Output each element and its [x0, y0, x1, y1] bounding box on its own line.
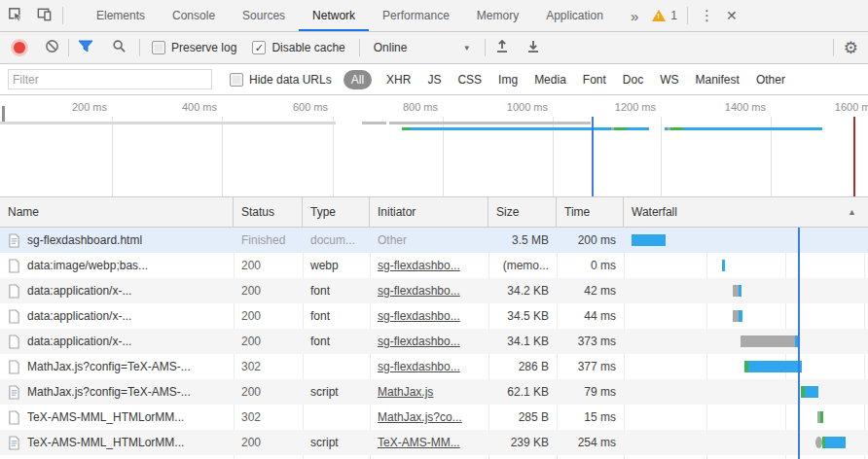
table-row[interactable]: MathJax.js?config=TeX-AMS-...302sg-flexd…	[0, 354, 868, 379]
overview-gridline	[222, 117, 223, 196]
tab-memory[interactable]: Memory	[463, 0, 532, 31]
main-tab-list: ElementsConsoleSourcesNetworkPerformance…	[83, 0, 617, 31]
cell-size: 34.5 KB	[488, 303, 557, 329]
cell-time: 373 ms	[557, 329, 624, 354]
filter-type-img[interactable]: Img	[496, 70, 520, 89]
waterfall-bar	[741, 335, 795, 347]
record-button[interactable]	[14, 42, 25, 53]
filter-type-other[interactable]: Other	[754, 70, 787, 89]
file-icon	[8, 360, 20, 374]
initiator-link[interactable]: sg-flexdashbo...	[378, 309, 460, 323]
cell-size: 34.2 KB	[488, 278, 557, 303]
load-event-line	[853, 117, 855, 196]
filter-type-manifest[interactable]: Manifest	[694, 70, 741, 89]
divider	[62, 7, 63, 24]
overview-left-tick	[2, 106, 5, 123]
inspect-element-button[interactable]	[0, 3, 29, 28]
request-table-body: sg-flexdashboard.htmlFinisheddocum...Oth…	[0, 228, 868, 459]
request-name: data:application/x-...	[27, 303, 131, 329]
tab-network[interactable]: Network	[299, 0, 369, 31]
gear-icon[interactable]: ⚙	[838, 38, 868, 58]
hide-data-urls-checkbox[interactable]: Hide data URLs	[230, 73, 332, 87]
filter-type-css[interactable]: CSS	[455, 70, 484, 89]
table-row[interactable]: sg-flexdashboard.htmlFinisheddocum...Oth…	[0, 228, 868, 253]
tab-sources[interactable]: Sources	[229, 0, 299, 31]
file-icon	[8, 284, 20, 299]
cell-size: 62.1 KB	[488, 379, 557, 405]
import-har-button[interactable]	[489, 36, 515, 59]
column-header-initiator[interactable]: Initiator	[370, 197, 488, 227]
column-header-name[interactable]: Name	[0, 197, 234, 227]
cell-status: 200	[234, 253, 303, 278]
toggle-device-toolbar-button[interactable]	[29, 3, 58, 28]
cell-size: 3.5 MB	[488, 228, 557, 253]
request-name: data:application/x-...	[27, 278, 131, 303]
kebab-menu-icon[interactable]: ⋮	[692, 7, 722, 24]
table-row[interactable]: data:application/x-...200fontsg-flexdash…	[0, 329, 868, 354]
initiator-link[interactable]: MathJax.js?co...	[378, 410, 462, 424]
column-header-type[interactable]: Type	[303, 197, 370, 227]
filter-type-media[interactable]: Media	[532, 70, 568, 89]
cell-initiator: sg-flexdashbo...	[370, 253, 488, 278]
tab-console[interactable]: Console	[159, 0, 229, 31]
column-header-size[interactable]: Size	[488, 197, 557, 227]
column-header-time[interactable]: Time	[557, 197, 624, 227]
initiator-link[interactable]: sg-flexdashbo...	[378, 284, 460, 298]
table-row[interactable]: data:application/x-...200fontsg-flexdash…	[0, 278, 868, 303]
preserve-log-checkbox[interactable]: Preserve log	[152, 41, 236, 54]
overview-tick-label: 400 ms	[149, 101, 217, 113]
cell-time: 377 ms	[557, 354, 624, 379]
clear-button[interactable]	[39, 36, 64, 59]
cell-size: 285 B	[488, 405, 557, 430]
request-name: MathJax.js?config=TeX-AMS-...	[27, 354, 191, 379]
filter-type-font[interactable]: Font	[581, 70, 608, 89]
search-button[interactable]	[106, 36, 131, 59]
network-overview-timeline[interactable]: 200 ms400 ms600 ms800 ms1000 ms1200 ms14…	[0, 95, 868, 197]
filter-type-doc[interactable]: Doc	[621, 70, 645, 89]
initiator-link[interactable]: sg-flexdashbo...	[378, 259, 460, 272]
filter-input[interactable]	[8, 69, 212, 89]
cell-name: MathJax.js?config=TeX-AMS-...	[0, 379, 234, 405]
table-row[interactable]: data:image/webp;bas...200webpsg-flexdash…	[0, 253, 868, 278]
filter-type-all[interactable]: All	[344, 70, 372, 89]
upload-icon	[495, 39, 509, 56]
devtools-window: ElementsConsoleSourcesNetworkPerformance…	[0, 0, 868, 459]
table-row[interactable]: TeX-AMS-MML_HTMLorMM...200scriptTeX-AMS-…	[0, 430, 868, 455]
column-header-waterfall[interactable]: Waterfall▲	[624, 197, 868, 227]
close-icon[interactable]: ✕	[722, 8, 747, 23]
table-row[interactable]: MathJax.js?config=TeX-AMS-...200scriptMa…	[0, 379, 868, 405]
document-lines-icon	[8, 436, 20, 450]
waterfall-bar	[739, 310, 742, 322]
tab-performance[interactable]: Performance	[369, 0, 463, 31]
cell-status: 200	[234, 379, 303, 405]
waterfall-bar	[820, 411, 823, 423]
tab-application[interactable]: Application	[532, 0, 617, 31]
filter-type-xhr[interactable]: XHR	[384, 70, 413, 89]
console-warning-badge[interactable]: 1	[646, 9, 683, 22]
overview-request-bar	[670, 127, 683, 130]
filter-toggle-button[interactable]	[73, 36, 98, 59]
initiator-link[interactable]: TeX-AMS-MM...	[378, 436, 460, 449]
filter-type-js[interactable]: JS	[425, 70, 443, 89]
export-har-button[interactable]	[521, 36, 546, 59]
cell-initiator: sg-flexdashbo...	[370, 278, 488, 303]
throttling-select[interactable]: Online ▼	[374, 41, 471, 54]
initiator-link[interactable]: sg-flexdashbo...	[378, 335, 460, 348]
disable-cache-checkbox[interactable]: ✓ Disable cache	[252, 41, 344, 54]
cell-time: 0 ms	[557, 253, 624, 278]
cell-size: 239 KB	[488, 430, 557, 455]
checkbox-unchecked	[152, 41, 165, 54]
table-row[interactable]: data:application/x-...200fontsg-flexdash…	[0, 303, 868, 329]
filter-type-ws[interactable]: WS	[658, 70, 680, 89]
initiator-link[interactable]: MathJax.js	[378, 385, 433, 399]
cell-status: 302	[234, 405, 303, 430]
more-tabs-chevron[interactable]: »	[623, 8, 646, 24]
cell-type: docum...	[303, 228, 370, 253]
column-header-status[interactable]: Status	[234, 197, 303, 227]
initiator-link[interactable]: sg-flexdashbo...	[378, 360, 460, 373]
tab-elements[interactable]: Elements	[83, 0, 159, 31]
table-row[interactable]: TeX-AMS-MML_HTMLorMM...302MathJax.js?co.…	[0, 405, 868, 430]
cell-initiator: TeX-AMS-MM...	[370, 430, 488, 455]
file-icon	[8, 410, 20, 425]
cell-type: script	[303, 430, 370, 455]
